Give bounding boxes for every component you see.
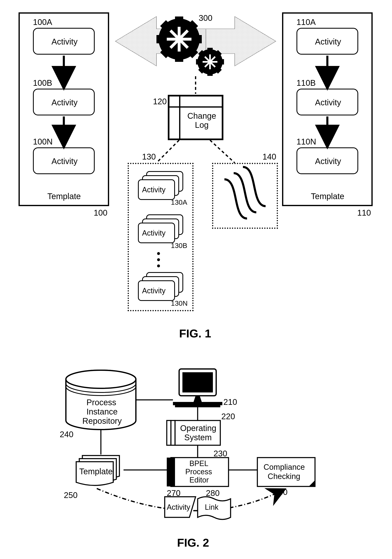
changelog-hline bbox=[168, 106, 223, 108]
svg-rect-36 bbox=[182, 372, 213, 392]
svg-rect-37 bbox=[173, 402, 222, 405]
svg-rect-38 bbox=[175, 405, 220, 407]
fig1-svg bbox=[0, 0, 392, 340]
ref-260: 260 bbox=[274, 487, 288, 497]
ref-300: 300 bbox=[199, 13, 213, 23]
os-l2: System bbox=[184, 433, 212, 442]
fig1-caption: FIG. 1 bbox=[179, 327, 211, 340]
editor-l1: BPEL bbox=[189, 459, 208, 468]
link-280-label: Link bbox=[205, 503, 218, 512]
change-log-text: Change Log bbox=[184, 111, 219, 130]
ref-130B: 130B bbox=[171, 242, 187, 250]
ref-130N: 130N bbox=[171, 299, 187, 307]
os-l1: Operating bbox=[180, 424, 216, 433]
compliance-l2: Checking bbox=[268, 472, 300, 481]
svg-rect-47 bbox=[167, 420, 171, 445]
ref-120: 120 bbox=[153, 97, 167, 106]
ref-210: 210 bbox=[223, 397, 237, 407]
ref-250: 250 bbox=[64, 491, 78, 500]
change-log-label: Change Log bbox=[184, 111, 219, 130]
ref-240: 240 bbox=[60, 430, 73, 439]
ref-230: 230 bbox=[214, 449, 227, 458]
svg-point-22 bbox=[208, 60, 212, 64]
waves-frame-140 bbox=[212, 163, 278, 229]
fig2-caption: FIG. 2 bbox=[177, 536, 209, 549]
repo-l3: Repository bbox=[82, 416, 122, 426]
editor-l3: Editor bbox=[189, 476, 209, 484]
repo-l2: Instance bbox=[87, 407, 117, 416]
stack-130B-text: Activity bbox=[142, 229, 166, 237]
ref-270: 270 bbox=[167, 488, 181, 498]
computer-icon bbox=[173, 369, 222, 407]
activity-270-label: Activity bbox=[167, 503, 190, 512]
ref-130: 130 bbox=[142, 152, 156, 161]
compliance-l1: Compliance bbox=[264, 463, 305, 472]
gear-small-icon bbox=[196, 48, 224, 76]
svg-rect-49 bbox=[167, 457, 175, 486]
ref-280: 280 bbox=[206, 488, 220, 498]
svg-line-28 bbox=[156, 140, 179, 163]
ref-140: 140 bbox=[262, 152, 276, 161]
ref-130A: 130A bbox=[171, 198, 187, 206]
editor-l2: Process bbox=[185, 467, 212, 476]
stack-130A-text: Activity bbox=[142, 186, 166, 194]
gear-large-icon bbox=[156, 17, 202, 62]
ref-220: 220 bbox=[221, 412, 235, 421]
repo-l1: Process bbox=[87, 398, 116, 407]
template-label: Template bbox=[79, 467, 113, 476]
changelog-vline bbox=[179, 95, 180, 140]
svg-rect-46 bbox=[171, 420, 175, 445]
svg-point-11 bbox=[176, 36, 182, 42]
svg-line-29 bbox=[210, 140, 235, 163]
fig2-svg bbox=[0, 363, 392, 548]
svg-point-34 bbox=[66, 370, 136, 388]
stack-130N-text: Activity bbox=[142, 287, 166, 295]
